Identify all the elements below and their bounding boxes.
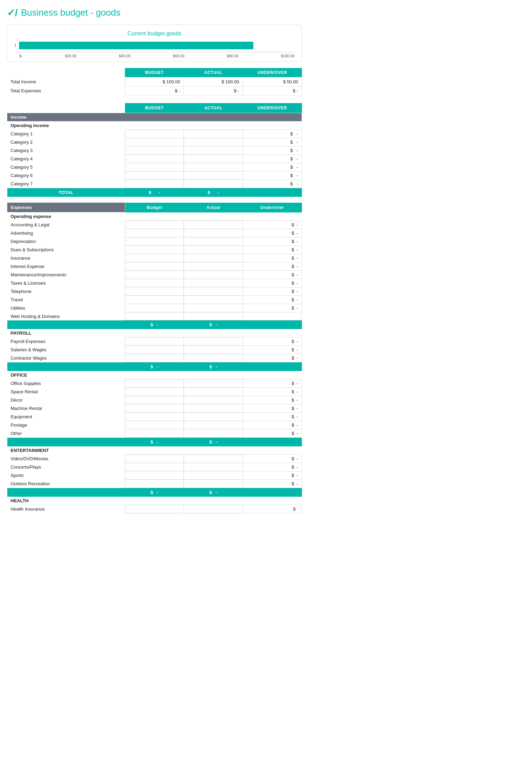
expense-row-interest: Interest Expense $ - bbox=[7, 262, 302, 271]
telephone-budget-input[interactable] bbox=[125, 287, 184, 296]
health-insurance-actual-input[interactable] bbox=[184, 505, 243, 513]
travel-actual-input[interactable] bbox=[184, 296, 243, 304]
concerts-budget-input[interactable] bbox=[125, 463, 184, 471]
concerts-label: Concerts/Plays bbox=[7, 463, 125, 471]
utilities-budget-input[interactable] bbox=[125, 304, 184, 312]
other-actual-input[interactable] bbox=[184, 429, 243, 438]
cat7-label: Category 7 bbox=[7, 180, 125, 188]
cat4-actual-input[interactable] bbox=[184, 155, 243, 163]
webhosting-budget-input[interactable] bbox=[125, 312, 184, 320]
cat2-budget-input[interactable] bbox=[125, 138, 184, 146]
advertising-actual-input[interactable] bbox=[184, 229, 243, 237]
income-table: BUDGET ACTUAL UNDER/OVER Income Operatin… bbox=[7, 103, 302, 197]
dues-actual-input[interactable] bbox=[184, 246, 243, 254]
office-supplies-actual-input[interactable] bbox=[184, 379, 243, 388]
chart-x-labels: $- $20.00 $40.00 $60.00 $80.00 $100.00 bbox=[19, 52, 295, 58]
cat5-actual-input[interactable] bbox=[184, 163, 243, 171]
machine-rental-actual-input[interactable] bbox=[184, 404, 243, 413]
insurance-budget-input[interactable] bbox=[125, 254, 184, 262]
equipment-underover: $ - bbox=[243, 413, 302, 421]
webhosting-underover bbox=[243, 312, 302, 320]
cat6-budget-input[interactable] bbox=[125, 171, 184, 180]
telephone-actual-input[interactable] bbox=[184, 287, 243, 296]
payroll-total-row: $ - $ - bbox=[7, 362, 302, 371]
income-section-row: Income bbox=[7, 113, 302, 121]
cat2-actual-input[interactable] bbox=[184, 138, 243, 146]
income-total-row: TOTAL $ - $ - bbox=[7, 188, 302, 197]
cat3-budget-input[interactable] bbox=[125, 146, 184, 155]
cat5-budget-input[interactable] bbox=[125, 163, 184, 171]
office-supplies-budget-input[interactable] bbox=[125, 379, 184, 388]
accounting-budget-input[interactable] bbox=[125, 221, 184, 229]
x-label-5: $100.00 bbox=[281, 54, 295, 58]
expense-row-insurance: Insurance $ - bbox=[7, 254, 302, 262]
outdoor-actual-input[interactable] bbox=[184, 480, 243, 488]
cat7-actual-input[interactable] bbox=[184, 180, 243, 188]
decor-budget-input[interactable] bbox=[125, 396, 184, 404]
health-insurance-budget-input[interactable] bbox=[125, 505, 184, 513]
interest-actual-input[interactable] bbox=[184, 262, 243, 271]
postage-actual-input[interactable] bbox=[184, 421, 243, 429]
cat7-budget-input[interactable] bbox=[125, 180, 184, 188]
postage-budget-input[interactable] bbox=[125, 421, 184, 429]
equipment-budget-input[interactable] bbox=[125, 413, 184, 421]
income-section-label: Income bbox=[7, 113, 302, 121]
expense-row-salaries: Salaries & Wages $ - bbox=[7, 346, 302, 354]
summary-header-budget: BUDGET bbox=[125, 68, 184, 77]
sports-budget-input[interactable] bbox=[125, 471, 184, 480]
webhosting-actual-input[interactable] bbox=[184, 312, 243, 320]
travel-budget-input[interactable] bbox=[125, 296, 184, 304]
taxes-budget-input[interactable] bbox=[125, 279, 184, 287]
expenses-table: Expenses Budget Actual Under/over Operat… bbox=[7, 202, 302, 513]
machine-rental-budget-input[interactable] bbox=[125, 404, 184, 413]
maintenance-actual-input[interactable] bbox=[184, 271, 243, 279]
cat4-budget-input[interactable] bbox=[125, 155, 184, 163]
contractor-budget-input[interactable] bbox=[125, 354, 184, 362]
accounting-actual-input[interactable] bbox=[184, 221, 243, 229]
depreciation-budget-input[interactable] bbox=[125, 237, 184, 246]
payroll-expenses-budget-input[interactable] bbox=[125, 337, 184, 346]
space-rental-budget-input[interactable] bbox=[125, 388, 184, 396]
income-total-underover bbox=[243, 188, 302, 197]
maintenance-budget-input[interactable] bbox=[125, 271, 184, 279]
taxes-actual-input[interactable] bbox=[184, 279, 243, 287]
concerts-actual-input[interactable] bbox=[184, 463, 243, 471]
contractor-underover: $ - bbox=[243, 354, 302, 362]
sports-actual-input[interactable] bbox=[184, 471, 243, 480]
cat1-underover: $ - bbox=[243, 130, 302, 138]
page-title: Business budget - goods bbox=[21, 7, 120, 18]
summary-income-actual: $ 100.00 bbox=[184, 77, 243, 86]
salaries-label: Salaries & Wages bbox=[7, 346, 125, 354]
contractor-actual-input[interactable] bbox=[184, 354, 243, 362]
advertising-budget-input[interactable] bbox=[125, 229, 184, 237]
payroll-expenses-actual-input[interactable] bbox=[184, 337, 243, 346]
depreciation-actual-input[interactable] bbox=[184, 237, 243, 246]
cat6-actual-input[interactable] bbox=[184, 171, 243, 180]
other-budget-input[interactable] bbox=[125, 429, 184, 438]
utilities-underover: $ - bbox=[243, 304, 302, 312]
salaries-budget-input[interactable] bbox=[125, 346, 184, 354]
entertainment-total-actual: $ - bbox=[184, 488, 243, 497]
utilities-actual-input[interactable] bbox=[184, 304, 243, 312]
salaries-actual-input[interactable] bbox=[184, 346, 243, 354]
health-insurance-underover: $ bbox=[243, 505, 302, 513]
video-budget-input[interactable] bbox=[125, 455, 184, 463]
outdoor-budget-input[interactable] bbox=[125, 480, 184, 488]
taxes-label: Taxes & Licenses bbox=[7, 279, 125, 287]
concerts-underover: $ - bbox=[243, 463, 302, 471]
video-actual-input[interactable] bbox=[184, 455, 243, 463]
payroll-total-underover bbox=[243, 362, 302, 371]
cat1-budget-input[interactable] bbox=[125, 130, 184, 138]
health-label: HEALTH bbox=[7, 497, 302, 505]
cat1-actual-input[interactable] bbox=[184, 130, 243, 138]
payroll-header: PAYROLL bbox=[7, 329, 302, 337]
interest-budget-input[interactable] bbox=[125, 262, 184, 271]
cat3-actual-input[interactable] bbox=[184, 146, 243, 155]
decor-actual-input[interactable] bbox=[184, 396, 243, 404]
space-rental-actual-input[interactable] bbox=[184, 388, 243, 396]
insurance-actual-input[interactable] bbox=[184, 254, 243, 262]
dues-budget-input[interactable] bbox=[125, 246, 184, 254]
other-underover: $ - bbox=[243, 429, 302, 438]
chart-bar bbox=[19, 42, 253, 49]
equipment-actual-input[interactable] bbox=[184, 413, 243, 421]
